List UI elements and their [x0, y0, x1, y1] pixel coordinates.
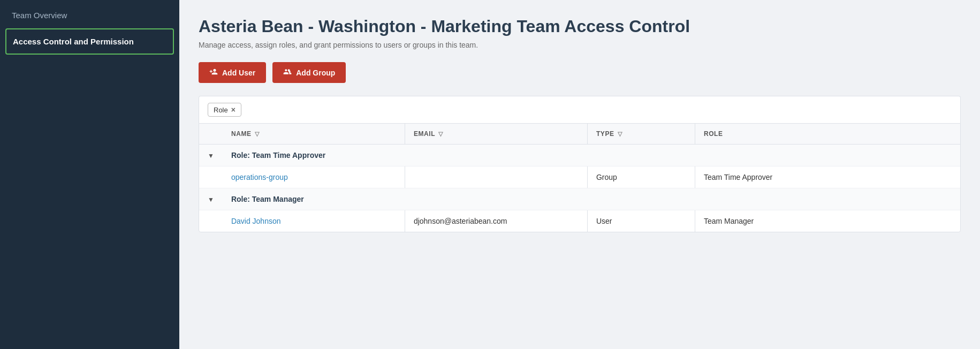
indent-cell — [199, 166, 223, 188]
type-filter-icon[interactable]: ▽ — [618, 131, 622, 138]
role-cell: Team Time Approver — [695, 166, 960, 188]
page-title: Asteria Bean - Washington - Marketing Te… — [199, 16, 961, 36]
type-cell: Group — [588, 166, 695, 188]
expand-cell[interactable]: ▼ — [199, 145, 223, 166]
sidebar-team-overview-label: Team Overview — [0, 0, 179, 28]
th-email-label: EMAIL — [414, 130, 435, 138]
th-type-label: TYPE — [596, 130, 614, 138]
table-row: David Johnson djohnson@asteriabean.com U… — [199, 210, 960, 232]
table-header-row: NAME ▽ EMAIL ▽ TYPE — [199, 124, 960, 145]
role-filter-tag[interactable]: Role × — [208, 103, 241, 117]
add-user-label: Add User — [222, 69, 255, 77]
add-group-icon — [283, 67, 292, 78]
add-user-button[interactable]: Add User — [199, 62, 266, 83]
expand-cell-2[interactable]: ▼ — [199, 188, 223, 210]
david-johnson-link[interactable]: David Johnson — [231, 217, 281, 225]
th-expand — [199, 124, 223, 145]
name-filter-icon[interactable]: ▽ — [255, 131, 260, 138]
sidebar-item-access-control[interactable]: Access Control and Permission — [5, 28, 174, 55]
page-subtitle: Manage access, assign roles, and grant p… — [199, 41, 961, 49]
type-cell-2: User — [588, 210, 695, 232]
th-name: NAME ▽ — [223, 124, 405, 145]
operations-group-link[interactable]: operations-group — [231, 173, 288, 181]
name-cell-2: David Johnson — [223, 210, 405, 232]
expand-icon-2[interactable]: ▼ — [208, 196, 214, 203]
add-group-label: Add Group — [296, 69, 335, 77]
main-content: Asteria Bean - Washington - Marketing Te… — [179, 0, 980, 349]
expand-icon[interactable]: ▼ — [208, 152, 214, 160]
email-cell — [405, 166, 587, 188]
role-filter-close[interactable]: × — [231, 105, 235, 114]
table-row: ▼ Role: Team Manager — [199, 188, 960, 210]
role-filter-label: Role — [214, 106, 228, 114]
th-role-label: ROLE — [704, 130, 723, 138]
add-group-button[interactable]: Add Group — [272, 62, 346, 83]
add-user-icon — [209, 67, 218, 78]
th-type: TYPE ▽ — [588, 124, 695, 145]
role-cell-2: Team Manager — [695, 210, 960, 232]
th-email: EMAIL ▽ — [405, 124, 587, 145]
group-header-label: Role: Team Time Approver — [223, 145, 960, 166]
access-table-wrapper: NAME ▽ EMAIL ▽ TYPE — [199, 123, 961, 232]
sidebar: Team Overview Access Control and Permiss… — [0, 0, 179, 349]
table-row: ▼ Role: Team Time Approver — [199, 145, 960, 166]
th-role: ROLE — [695, 124, 960, 145]
action-buttons: Add User Add Group — [199, 62, 961, 83]
name-cell: operations-group — [223, 166, 405, 188]
table-row: operations-group Group Team Time Approve… — [199, 166, 960, 188]
filter-bar: Role × — [199, 96, 961, 123]
th-name-label: NAME — [231, 130, 252, 138]
access-table: NAME ▽ EMAIL ▽ TYPE — [199, 124, 960, 232]
group-header-label-2: Role: Team Manager — [223, 188, 960, 210]
email-cell-2: djohnson@asteriabean.com — [405, 210, 587, 232]
email-filter-icon[interactable]: ▽ — [438, 131, 443, 138]
indent-cell-2 — [199, 210, 223, 232]
